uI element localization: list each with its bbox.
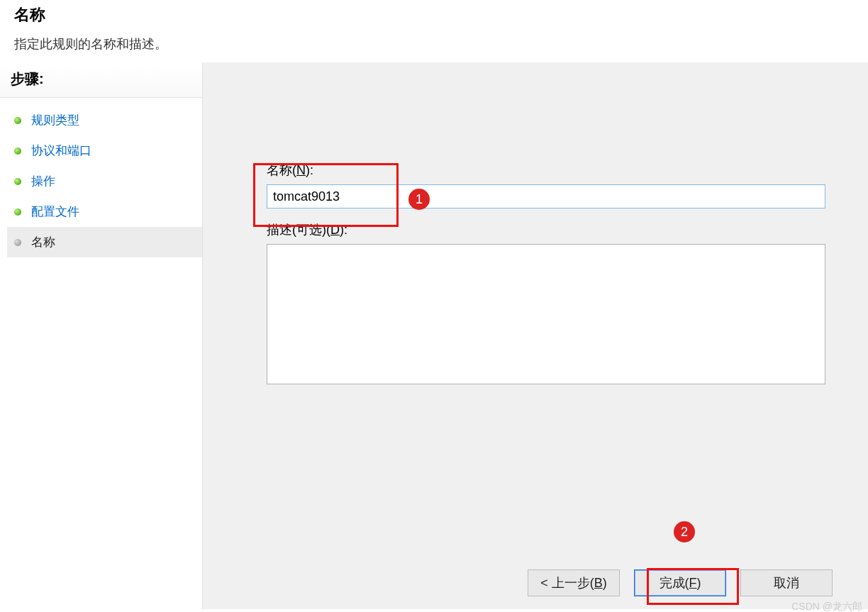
step-protocol-ports[interactable]: 协议和端口 bbox=[7, 135, 202, 166]
page-title: 名称 bbox=[14, 4, 868, 26]
bullet-icon bbox=[14, 148, 21, 155]
bullet-icon bbox=[14, 117, 21, 124]
finish-button[interactable]: 完成(F) bbox=[634, 569, 726, 596]
description-label: 描述(可选)(D): bbox=[267, 221, 825, 238]
step-action[interactable]: 操作 bbox=[7, 166, 202, 196]
bullet-icon bbox=[14, 239, 21, 246]
description-textarea[interactable] bbox=[267, 244, 825, 384]
bullet-icon bbox=[14, 178, 21, 185]
annotation-badge-2: 2 bbox=[674, 521, 695, 543]
name-input[interactable] bbox=[267, 184, 825, 208]
back-button[interactable]: < 上一步(B) bbox=[528, 569, 620, 596]
step-profile[interactable]: 配置文件 bbox=[7, 196, 202, 227]
step-label: 操作 bbox=[31, 173, 55, 189]
step-rule-type[interactable]: 规则类型 bbox=[7, 105, 202, 135]
watermark: CSDN @龙六郎 bbox=[791, 601, 862, 612]
step-name: 名称 bbox=[7, 227, 202, 257]
step-label: 名称 bbox=[31, 234, 55, 250]
wizard-header: 名称 指定此规则的名称和描述。 bbox=[0, 0, 868, 52]
main-row: 步骤: 规则类型 协议和端口 操作 配置文件 名称 bbox=[0, 62, 868, 609]
wizard-content: 名称(N): 描述(可选)(D): < 上一步(B) 完成(F) 取消 2 bbox=[202, 62, 868, 609]
cancel-button[interactable]: 取消 bbox=[740, 569, 833, 596]
step-label: 配置文件 bbox=[31, 204, 79, 220]
bullet-icon bbox=[14, 208, 21, 216]
step-label: 规则类型 bbox=[31, 112, 79, 128]
wizard-steps-sidebar: 步骤: 规则类型 协议和端口 操作 配置文件 名称 bbox=[0, 62, 202, 609]
page-description: 指定此规则的名称和描述。 bbox=[14, 35, 868, 52]
name-label: 名称(N): bbox=[267, 162, 825, 179]
step-label: 协议和端口 bbox=[31, 143, 91, 159]
sidebar-title: 步骤: bbox=[0, 62, 202, 98]
